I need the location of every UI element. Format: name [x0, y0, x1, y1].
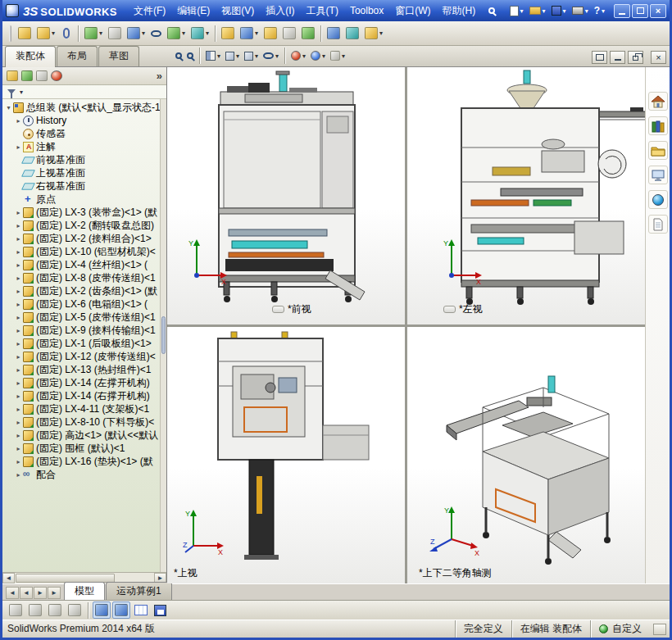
expand-arrow-icon[interactable]: ▸ [14, 143, 23, 151]
tree-item[interactable]: 上视基准面 [2, 166, 160, 179]
tab-scroll-button[interactable]: ► [34, 587, 47, 599]
help-button[interactable]: ? [593, 4, 606, 17]
tree-item[interactable]: ▸ History [2, 114, 160, 127]
exploded-view-button[interactable] [261, 25, 279, 41]
tree-item[interactable]: 原点 [2, 193, 160, 206]
expand-arrow-icon[interactable]: ▸ [14, 314, 23, 321]
expand-arrow-icon[interactable]: ▸ [14, 458, 23, 465]
filter-edges-button[interactable] [26, 601, 44, 619]
view-palette-button[interactable] [648, 166, 668, 184]
new-document-button[interactable] [508, 5, 525, 17]
menu-item[interactable]: 插入(I) [260, 4, 300, 18]
show-hidden-components-button[interactable] [148, 29, 164, 39]
expand-arrow-icon[interactable]: ▸ [14, 366, 23, 374]
filter-annotations-button[interactable] [66, 601, 84, 619]
tab-scroll-button[interactable]: ◄ [20, 587, 33, 599]
expand-arrow-icon[interactable]: ▸ [14, 393, 23, 400]
filter-dropdown-icon[interactable] [18, 86, 23, 98]
view-settings-button[interactable] [329, 49, 347, 62]
maximize-button[interactable] [632, 4, 648, 18]
expand-arrow-icon[interactable]: ▸ [14, 445, 23, 452]
menu-item[interactable]: 视图(V) [216, 4, 260, 18]
section-view-button[interactable] [204, 49, 222, 62]
tree-vertical-scrollbar[interactable] [160, 99, 166, 572]
expand-arrow-icon[interactable]: ▸ [14, 209, 23, 216]
tab-scroll-button[interactable]: ◄ [6, 587, 19, 599]
menu-item[interactable]: 编辑(E) [171, 4, 216, 18]
minimize-button[interactable] [614, 4, 630, 18]
tab-scroll-button[interactable]: ► [48, 587, 61, 599]
assembly-features-button[interactable] [165, 25, 188, 41]
view-orientation-button[interactable] [224, 50, 241, 62]
status-custom[interactable]: 自定义 [590, 620, 650, 638]
menu-item[interactable]: 工具(T) [301, 4, 344, 18]
display-style-button[interactable] [243, 50, 260, 62]
tree-item[interactable]: ▸ (固定) LX-14 (右撑开机构) [2, 389, 160, 402]
tree-item[interactable]: ▸ (固定) LX-14 (左撑开机构) [2, 376, 160, 389]
apply-scene-button[interactable] [309, 49, 327, 62]
hide-show-items-button[interactable] [261, 51, 280, 61]
tree-item[interactable]: ▸ (固定) LX-13 (热封组件)<1 [2, 363, 160, 376]
tree-item[interactable]: ▸ 配合 [2, 468, 160, 481]
solidworks-resources-button[interactable] [648, 92, 668, 111]
tree-item[interactable]: ▸ (固定) LX-8 (皮带传送组)<1 [2, 271, 160, 284]
close-button[interactable]: × [650, 4, 666, 18]
expand-arrow-icon[interactable]: ▸ [14, 471, 23, 479]
filter-funnel-icon[interactable] [7, 89, 16, 94]
doc-minimize-button[interactable] [610, 51, 625, 64]
expand-arrow-icon[interactable]: ▸ [14, 248, 23, 256]
menu-item[interactable]: 帮助(H) [437, 4, 482, 18]
table-view-button[interactable] [132, 602, 150, 618]
menu-item[interactable]: 窗口(W) [389, 4, 436, 18]
tree-item[interactable]: ▸ (固定) LX-4 (丝杆组)<1> ( [2, 258, 160, 271]
tab-motion-study-1[interactable]: 运动算例1 [106, 582, 172, 600]
expand-arrow-icon[interactable]: ▸ [14, 327, 23, 334]
search-icon[interactable] [488, 5, 495, 16]
zoom-fit-button[interactable] [174, 51, 184, 61]
save-button[interactable] [550, 5, 568, 16]
viewport-left[interactable]: Y X *左视 [407, 67, 645, 325]
tree-item[interactable]: ▸ (固定) LX-16 (垫块)<1> (默 [2, 455, 160, 468]
tree-item[interactable]: ▸ (固定) LX-2 (翻转吸盘总图) [2, 219, 160, 232]
appearances-scenes-button[interactable] [648, 190, 668, 209]
tree-item[interactable]: ▸ (固定) 高边<1> (默认<<默认 [2, 429, 160, 442]
featuremanager-tree-icon[interactable] [7, 70, 18, 81]
viewport-top[interactable]: Y X Z *上视 [167, 327, 405, 584]
tree-item[interactable]: ▸ (固定) LX-2 (齿条组)<1> (默 [2, 284, 160, 297]
tree-item[interactable]: ▸ (固定) LX-8-10 (下料导板)< [2, 415, 160, 429]
selection-filter-toggle-button[interactable] [7, 601, 25, 619]
expand-arrow-icon[interactable]: ▸ [14, 353, 23, 361]
configurationmanager-icon[interactable] [36, 70, 48, 81]
expand-arrow-icon[interactable]: ▸ [14, 379, 23, 387]
panel-overflow-chevron[interactable]: » [157, 70, 162, 82]
expand-arrow-icon[interactable]: ▸ [14, 117, 23, 125]
design-library-button[interactable] [648, 116, 668, 135]
instant3d-button[interactable] [343, 25, 361, 41]
expand-arrow-icon[interactable]: ▸ [14, 261, 23, 269]
doc-close-button[interactable]: × [651, 51, 666, 64]
move-component-button[interactable] [125, 25, 148, 41]
assembly-visualization-button[interactable] [325, 25, 343, 41]
tree-item[interactable]: ▸ (固定) LX-3 (装带盒)<1> (默 [2, 206, 160, 219]
tab-assembly[interactable]: 装配体 [5, 46, 56, 67]
viewport-layout-button[interactable] [592, 51, 607, 64]
tree-item[interactable]: ▸ (固定) LX-5 (皮带传送组)<1 [2, 311, 160, 324]
insert-components-button[interactable] [34, 25, 57, 41]
large-design-review-button[interactable] [362, 25, 385, 41]
tree-item[interactable]: 传感器 [2, 127, 160, 140]
custom-properties-button[interactable] [648, 215, 668, 234]
expand-arrow-icon[interactable]: ▸ [14, 222, 23, 229]
status-expand-icon[interactable] [653, 624, 666, 635]
expand-arrow-icon[interactable]: ▸ [14, 406, 23, 413]
menu-item[interactable]: 文件(F) [128, 4, 171, 18]
tree-item[interactable]: ▸ (固定) LX-4-11 (支架板)<1 [2, 402, 160, 415]
tree-item[interactable]: ▸ (固定) LX-9 (接料传输组)<1 [2, 324, 160, 337]
edit-appearance-button[interactable] [289, 49, 307, 62]
zoom-area-button[interactable] [185, 51, 195, 61]
expand-arrow-icon[interactable]: ▸ [14, 235, 23, 243]
tree-item[interactable]: ▸ (固定) LX-2 (接料组合)<1> [2, 232, 160, 245]
expand-arrow-icon[interactable]: ▸ [14, 419, 23, 426]
linear-component-pattern-button[interactable] [82, 25, 105, 41]
appearances-tab-icon[interactable] [51, 70, 62, 81]
expand-arrow-icon[interactable]: ▸ [14, 288, 23, 295]
